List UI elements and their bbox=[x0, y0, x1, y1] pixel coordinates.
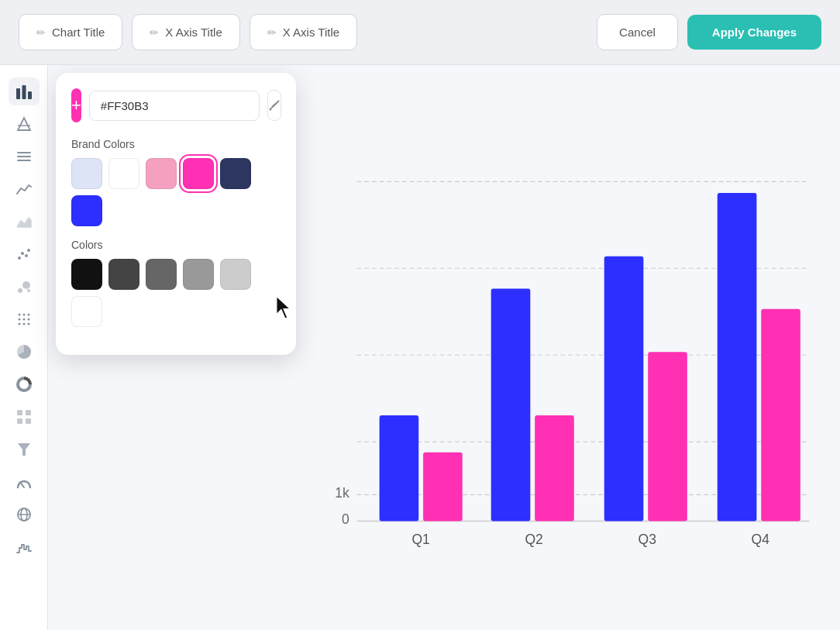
color-swatch-dark-gray[interactable] bbox=[108, 259, 139, 290]
brand-swatch-white[interactable] bbox=[108, 158, 139, 189]
chart-title-button[interactable]: ✏ Chart Title bbox=[19, 14, 122, 50]
sidebar-icon-funnel[interactable] bbox=[9, 435, 40, 463]
eyedropper-button[interactable] bbox=[267, 90, 281, 121]
bar-chart-svg: 1k 0 Q1 Q2 bbox=[312, 81, 825, 615]
svg-rect-28 bbox=[26, 418, 31, 424]
svg-point-10 bbox=[25, 254, 28, 257]
sidebar-icon-gauge[interactable] bbox=[9, 468, 40, 496]
color-swatch-gray[interactable] bbox=[183, 259, 214, 290]
svg-point-9 bbox=[21, 252, 24, 255]
hex-input[interactable] bbox=[89, 91, 260, 121]
sidebar-icon-list[interactable] bbox=[9, 143, 40, 170]
svg-point-21 bbox=[18, 323, 20, 325]
sidebar-icon-bar-chart[interactable] bbox=[9, 77, 40, 105]
bar-q3-blue[interactable] bbox=[604, 256, 644, 522]
svg-rect-1 bbox=[22, 85, 26, 99]
color-swatch-light-gray[interactable] bbox=[220, 259, 251, 290]
chart-area: + Brand Colors Colors bbox=[48, 65, 840, 630]
svg-rect-26 bbox=[26, 410, 31, 415]
sidebar bbox=[0, 65, 48, 630]
color-swatch-medium-gray[interactable] bbox=[146, 259, 177, 290]
brand-color-swatches bbox=[71, 158, 281, 226]
svg-point-22 bbox=[22, 323, 25, 325]
brand-swatch-light-pink[interactable] bbox=[146, 158, 177, 189]
svg-point-8 bbox=[18, 256, 21, 260]
main-layout: + Brand Colors Colors bbox=[0, 65, 840, 630]
svg-point-16 bbox=[22, 314, 25, 316]
x-axis-title-button-1[interactable]: ✏ X Axis Title bbox=[132, 14, 239, 50]
svg-rect-2 bbox=[28, 91, 32, 99]
svg-text:Q4: Q4 bbox=[752, 532, 770, 547]
sidebar-icon-dot-grid[interactable] bbox=[9, 305, 40, 333]
pencil-icon-chart: ✏ bbox=[36, 26, 46, 39]
x-axis-title-button-2[interactable]: ✏ X Axis Title bbox=[250, 14, 357, 50]
svg-text:0: 0 bbox=[342, 511, 349, 527]
svg-point-23 bbox=[27, 323, 29, 325]
apply-changes-button[interactable]: Apply Changes bbox=[687, 15, 821, 50]
svg-text:Q3: Q3 bbox=[639, 532, 656, 547]
cancel-label: Cancel bbox=[619, 26, 656, 39]
svg-point-12 bbox=[18, 288, 22, 293]
bar-q3-pink[interactable] bbox=[648, 352, 687, 521]
x-axis-title-label-2: X Axis Title bbox=[283, 26, 339, 39]
sidebar-icon-grid-chart[interactable] bbox=[9, 403, 40, 431]
svg-line-30 bbox=[20, 482, 24, 487]
color-picker-popup: + Brand Colors Colors bbox=[56, 73, 296, 355]
bar-q4-blue[interactable] bbox=[718, 193, 757, 521]
svg-point-18 bbox=[18, 318, 20, 321]
svg-text:Q2: Q2 bbox=[525, 532, 543, 547]
picker-top-row: + bbox=[71, 88, 281, 122]
plus-icon: + bbox=[71, 97, 81, 114]
svg-marker-29 bbox=[18, 443, 30, 456]
bar-q2-pink[interactable] bbox=[535, 415, 574, 521]
brand-swatch-dark-navy[interactable] bbox=[220, 158, 251, 189]
sidebar-icon-donut-chart[interactable] bbox=[9, 370, 40, 398]
sidebar-icon-scatter[interactable] bbox=[9, 240, 40, 268]
cancel-button[interactable]: Cancel bbox=[597, 14, 678, 50]
chart-title-label: Chart Title bbox=[52, 26, 105, 39]
picker-color-swatch[interactable]: + bbox=[71, 88, 81, 122]
color-swatch-white[interactable] bbox=[71, 296, 102, 327]
svg-point-13 bbox=[22, 281, 30, 289]
svg-rect-27 bbox=[17, 418, 22, 424]
apply-label: Apply Changes bbox=[712, 26, 797, 39]
sidebar-icon-waterfall[interactable] bbox=[9, 533, 40, 561]
bar-q1-blue[interactable] bbox=[380, 415, 419, 521]
svg-text:Q1: Q1 bbox=[411, 532, 429, 547]
bar-q1-pink[interactable] bbox=[423, 453, 463, 522]
x-axis-title-label-1: X Axis Title bbox=[165, 26, 222, 39]
bar-q4-pink[interactable] bbox=[761, 309, 800, 522]
sidebar-icon-area-chart[interactable] bbox=[9, 208, 40, 236]
chart-container: 1k 0 Q1 Q2 bbox=[312, 81, 825, 615]
svg-point-20 bbox=[27, 318, 29, 321]
svg-rect-0 bbox=[16, 88, 20, 99]
color-swatch-black[interactable] bbox=[71, 259, 102, 290]
svg-point-15 bbox=[18, 314, 20, 316]
svg-text:1k: 1k bbox=[335, 485, 349, 501]
sidebar-icon-pie-chart[interactable] bbox=[9, 338, 40, 366]
brand-swatch-light-blue[interactable] bbox=[71, 158, 102, 189]
svg-point-17 bbox=[27, 314, 29, 316]
svg-marker-3 bbox=[18, 118, 30, 130]
svg-point-19 bbox=[22, 318, 25, 321]
brand-swatch-blue[interactable] bbox=[71, 195, 102, 226]
svg-point-34 bbox=[269, 108, 271, 111]
toolbar: ✏ Chart Title ✏ X Axis Title ✏ X Axis Ti… bbox=[0, 0, 840, 65]
sidebar-icon-world[interactable] bbox=[9, 501, 40, 528]
sidebar-icon-triangle-chart[interactable] bbox=[9, 110, 40, 138]
bar-q2-blue[interactable] bbox=[491, 289, 531, 522]
sidebar-icon-line-chart[interactable] bbox=[9, 175, 40, 203]
sidebar-icon-bubble[interactable] bbox=[9, 273, 40, 301]
svg-rect-25 bbox=[17, 410, 22, 415]
brand-colors-label: Brand Colors bbox=[71, 138, 281, 150]
svg-point-14 bbox=[27, 289, 30, 292]
pencil-icon-xaxis2: ✏ bbox=[267, 26, 277, 39]
svg-point-11 bbox=[27, 249, 30, 252]
color-swatches bbox=[71, 259, 281, 327]
colors-label: Colors bbox=[71, 239, 281, 251]
pencil-icon-xaxis1: ✏ bbox=[150, 26, 159, 39]
brand-swatch-hot-pink[interactable] bbox=[183, 158, 214, 189]
